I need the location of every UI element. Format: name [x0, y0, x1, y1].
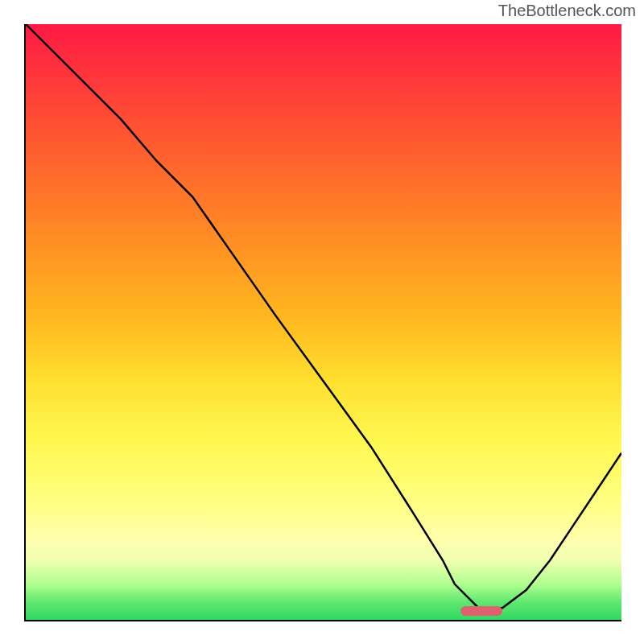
curve-path [26, 24, 621, 608]
watermark-text: TheBottleneck.com [498, 2, 636, 20]
chart-svg [26, 24, 621, 620]
plot-area [24, 24, 621, 621]
marker-pill [460, 606, 502, 616]
